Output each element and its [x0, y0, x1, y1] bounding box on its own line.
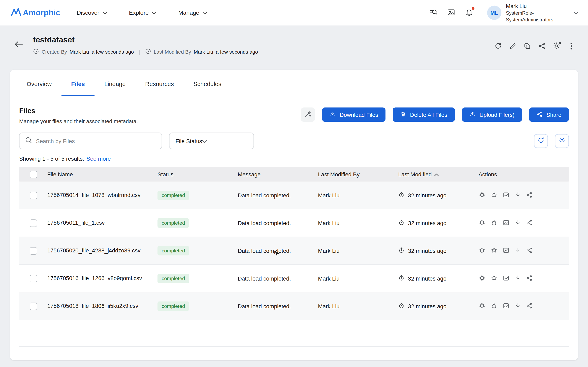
more-options-button[interactable]: [566, 41, 577, 52]
user-name: Mark Liu: [506, 3, 559, 10]
files-section-subtitle: Manage your files and their associated m…: [19, 118, 138, 124]
run-profile-button[interactable]: [479, 191, 486, 200]
search-icon: [429, 8, 437, 18]
sort-ascending-icon: [434, 171, 439, 177]
select-all-checkbox[interactable]: [29, 171, 37, 178]
preview-chart-icon: [502, 219, 510, 227]
reload-button[interactable]: [493, 41, 504, 52]
preview-file-button[interactable]: [502, 219, 510, 227]
preview-file-button[interactable]: [502, 191, 510, 200]
preview-file-button[interactable]: [502, 247, 510, 255]
favorite-button[interactable]: [490, 191, 498, 200]
delete-all-files-button[interactable]: Delete All Files: [393, 108, 455, 122]
column-header-status[interactable]: Status: [157, 171, 238, 177]
favorite-button[interactable]: [490, 247, 498, 255]
row-checkbox[interactable]: [29, 302, 37, 310]
row-checkbox[interactable]: [29, 192, 37, 199]
nav-menu-explore[interactable]: Explore: [129, 9, 156, 16]
nav-menu-manage[interactable]: Manage: [178, 9, 207, 16]
dataset-settings-button[interactable]: [551, 41, 562, 52]
avatar[interactable]: ML: [487, 6, 502, 20]
favorite-button[interactable]: [490, 219, 498, 227]
file-name[interactable]: 1756705011_file_1.csv: [47, 214, 157, 232]
advanced-search-button[interactable]: [428, 8, 438, 18]
share-file-button[interactable]: [526, 275, 532, 282]
download-file-button[interactable]: [515, 302, 521, 310]
notifications-button[interactable]: [464, 8, 474, 18]
share-file-button[interactable]: [526, 247, 532, 254]
column-header-last-modified-by[interactable]: Last Modified By: [318, 171, 398, 177]
preview-chart-icon: [502, 274, 510, 282]
kebab-menu-icon: [570, 42, 572, 51]
image-icon: [447, 8, 455, 17]
back-button[interactable]: [14, 40, 23, 50]
chevron-down-icon: [203, 9, 207, 16]
column-header-actions: Actions: [479, 171, 569, 177]
share-file-button[interactable]: [526, 219, 532, 227]
edit-button[interactable]: [507, 41, 518, 52]
share-files-button[interactable]: Share: [529, 108, 569, 122]
ai-assist-button[interactable]: [301, 108, 315, 122]
download-file-button[interactable]: [515, 192, 521, 200]
preview-file-button[interactable]: [502, 274, 510, 282]
favorite-button[interactable]: [490, 274, 498, 282]
modified-time: 32 minutes ago: [408, 275, 446, 282]
created-by-label: Created By: [42, 49, 67, 55]
row-actions: [479, 191, 569, 200]
nav-menu-discover[interactable]: Discover: [77, 9, 107, 16]
file-name[interactable]: 1756705014_file_1078_wbnlrnnd.csv: [47, 186, 157, 204]
run-profile-button[interactable]: [479, 247, 486, 255]
brand-logo[interactable]: Amorphic: [11, 8, 60, 17]
download-files-button[interactable]: Download Files: [322, 108, 385, 122]
user-menu-chevron-icon[interactable]: [573, 9, 578, 16]
favorite-button[interactable]: [490, 302, 498, 310]
download-file-button[interactable]: [515, 219, 521, 227]
page-title: testdataset: [33, 35, 258, 44]
ai-chip-icon: [479, 219, 486, 227]
search-input[interactable]: [36, 138, 156, 144]
table-settings-button[interactable]: [555, 134, 569, 148]
tab-schedules[interactable]: Schedules: [183, 81, 231, 96]
file-message: Data load completed.: [238, 303, 318, 309]
tab-overview[interactable]: Overview: [17, 81, 61, 96]
file-name[interactable]: 1756705020_file_4238_j4ddzo39.csv: [47, 242, 157, 260]
table-row: 1756705018_file_1806_ii5ku2x9.csv comple…: [19, 292, 569, 320]
download-file-button[interactable]: [515, 275, 521, 282]
row-checkbox[interactable]: [29, 247, 37, 254]
media-gallery-button[interactable]: [446, 8, 456, 18]
share-icon: [538, 42, 546, 51]
refresh-list-button[interactable]: [534, 134, 548, 148]
upload-files-button[interactable]: Upload File(s): [462, 108, 522, 122]
share-files-label: Share: [546, 111, 562, 118]
column-header-file-name[interactable]: File Name: [47, 171, 157, 177]
run-profile-button[interactable]: [479, 219, 486, 227]
file-name[interactable]: 1756705016_file_1266_v8o9qoml.csv: [47, 269, 157, 287]
file-name[interactable]: 1756705018_file_1806_ii5ku2x9.csv: [47, 297, 157, 315]
table-footer: [19, 320, 569, 347]
column-header-message[interactable]: Message: [238, 171, 318, 177]
row-checkbox[interactable]: [29, 275, 37, 282]
modified-by: Mark Liu: [318, 192, 398, 198]
download-arrow-icon: [515, 302, 521, 310]
tab-resources[interactable]: Resources: [135, 81, 183, 96]
share-file-button[interactable]: [526, 192, 532, 199]
download-file-button[interactable]: [515, 247, 521, 255]
see-more-link[interactable]: See more: [86, 155, 111, 162]
row-checkbox[interactable]: [29, 219, 37, 227]
clone-button[interactable]: [522, 41, 533, 52]
refresh-icon: [537, 137, 545, 145]
share-file-button[interactable]: [526, 302, 532, 310]
table-body: 1756705014_file_1078_wbnlrnnd.csv comple…: [19, 182, 569, 320]
tab-lineage[interactable]: Lineage: [95, 81, 135, 96]
tab-files[interactable]: Files: [61, 81, 95, 96]
run-profile-button[interactable]: [479, 302, 486, 310]
run-profile-button[interactable]: [479, 274, 486, 282]
preview-file-button[interactable]: [502, 302, 510, 310]
column-header-last-modified[interactable]: Last Modified: [398, 171, 479, 177]
title-block: testdataset Created By Mark Liu a few se…: [33, 35, 258, 70]
ai-chip-icon: [479, 302, 486, 310]
file-status-select[interactable]: File Status: [169, 133, 254, 149]
share-dataset-button[interactable]: [536, 41, 548, 52]
status-badge: completed: [157, 246, 189, 256]
modified-time: a few seconds ago: [216, 49, 258, 55]
